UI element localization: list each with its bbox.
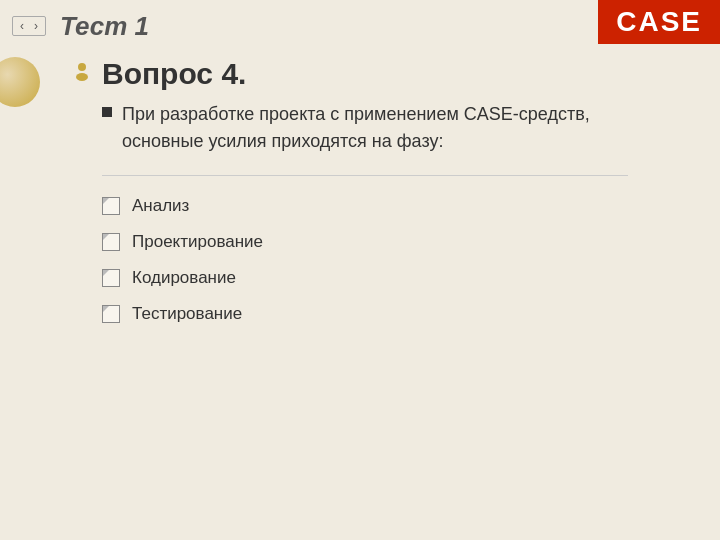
answer-label: Кодирование [132, 268, 236, 288]
answer-option[interactable]: Анализ [102, 196, 660, 216]
answer-checkbox[interactable] [102, 305, 120, 323]
answer-checkbox[interactable] [102, 269, 120, 287]
answer-checkbox[interactable] [102, 197, 120, 215]
answer-label: Проектирование [132, 232, 263, 252]
back-arrow[interactable]: ‹ [17, 19, 27, 33]
svg-point-0 [78, 63, 86, 71]
answer-label: Анализ [132, 196, 189, 216]
answer-label: Тестирование [132, 304, 242, 324]
top-bar: ‹ › Тест 1 CASE [0, 0, 720, 52]
forward-arrow[interactable]: › [31, 19, 41, 33]
case-badge: CASE [598, 0, 720, 44]
question-icon [70, 59, 94, 83]
answer-option[interactable]: Кодирование [102, 268, 660, 288]
question-heading: Вопрос 4. [70, 57, 660, 91]
question-text: При разработке проекта с применением CAS… [122, 101, 660, 155]
divider [102, 175, 628, 176]
question-bullet [102, 107, 112, 117]
question-text-area: При разработке проекта с применением CAS… [102, 101, 660, 155]
answers-list: АнализПроектированиеКодированиеТестирова… [102, 196, 660, 324]
answer-option[interactable]: Тестирование [102, 304, 660, 324]
svg-point-1 [76, 73, 88, 81]
navigation-arrows[interactable]: ‹ › [12, 16, 46, 36]
test-title: Тест 1 [60, 11, 149, 42]
answer-checkbox[interactable] [102, 233, 120, 251]
decorative-circle [0, 57, 40, 107]
main-content: Вопрос 4. При разработке проекта с приме… [0, 57, 720, 324]
left-decoration [0, 52, 55, 107]
question-number: Вопрос 4. [102, 57, 246, 91]
answer-option[interactable]: Проектирование [102, 232, 660, 252]
